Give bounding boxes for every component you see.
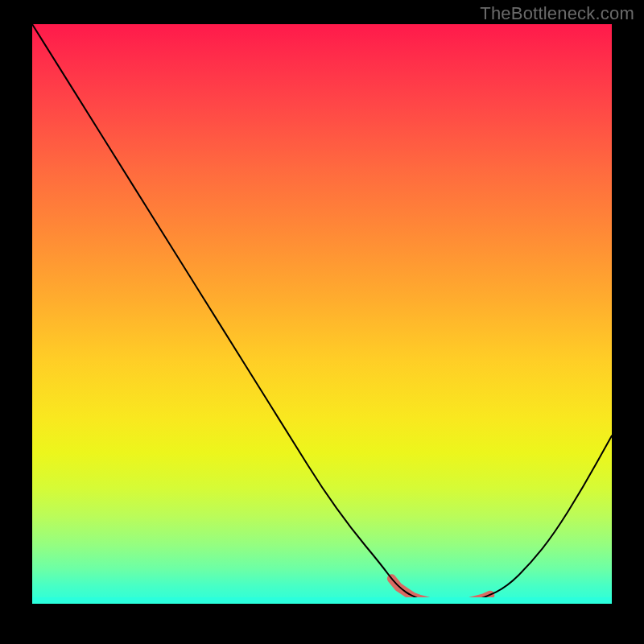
curve-svg — [32, 24, 612, 604]
bottleneck-curve — [32, 24, 612, 604]
bottom-green-band — [32, 597, 612, 604]
watermark-text: TheBottleneck.com — [480, 3, 634, 24]
plot-area — [32, 24, 612, 604]
chart-frame: TheBottleneck.com — [0, 0, 644, 644]
